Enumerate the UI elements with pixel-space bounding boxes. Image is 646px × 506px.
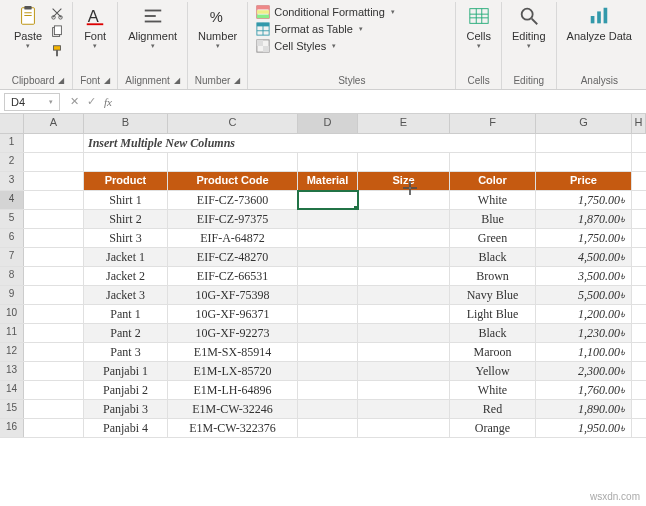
cell[interactable] [168, 153, 298, 171]
cell-material[interactable] [298, 381, 358, 399]
cell[interactable] [24, 419, 84, 437]
row-header-15[interactable]: 15 [0, 400, 24, 418]
number-button[interactable]: % Number ▾ [194, 2, 241, 52]
row-header-4[interactable]: 4 [0, 191, 24, 209]
cell-color[interactable]: Navy Blue [450, 286, 536, 304]
cell-size[interactable] [358, 191, 450, 209]
cell-styles-button[interactable]: Cell Styles▾ [254, 38, 449, 54]
cell-code[interactable]: EIF-CZ-97375 [168, 210, 298, 228]
row-header-6[interactable]: 6 [0, 229, 24, 247]
cell-size[interactable] [358, 248, 450, 266]
cell-price[interactable]: 1,100.00৳ [536, 343, 632, 361]
cell[interactable] [24, 248, 84, 266]
cell-color[interactable]: Black [450, 324, 536, 342]
row-header-14[interactable]: 14 [0, 381, 24, 399]
cell-color[interactable]: Blue [450, 210, 536, 228]
cell-code[interactable]: EIF-CZ-73600 [168, 191, 298, 209]
cell-code[interactable]: 10G-XF-96371 [168, 305, 298, 323]
cell-price[interactable]: 2,300.00৳ [536, 362, 632, 380]
cell-material[interactable] [298, 267, 358, 285]
cell[interactable] [24, 134, 84, 152]
row-header-8[interactable]: 8 [0, 267, 24, 285]
cell-code[interactable]: E1M-CW-32246 [168, 400, 298, 418]
cell-code[interactable]: 10G-XF-92273 [168, 324, 298, 342]
table-header-product[interactable]: Product [84, 172, 168, 190]
cell[interactable] [24, 210, 84, 228]
cell[interactable] [24, 305, 84, 323]
cell[interactable] [358, 153, 450, 171]
cell-product[interactable]: Pant 2 [84, 324, 168, 342]
cell-material[interactable] [298, 343, 358, 361]
conditional-formatting-button[interactable]: Conditional Formatting▾ [254, 4, 449, 20]
cell-color[interactable]: Yellow [450, 362, 536, 380]
cell-color[interactable]: Brown [450, 267, 536, 285]
cell-price[interactable]: 5,500.00৳ [536, 286, 632, 304]
cell[interactable] [24, 229, 84, 247]
analyze-data-button[interactable]: Analyze Data [563, 2, 636, 44]
dialog-launcher-icon[interactable]: ◢ [58, 76, 64, 85]
cell-code[interactable]: E1M-CW-322376 [168, 419, 298, 437]
row-header-12[interactable]: 12 [0, 343, 24, 361]
cell-material[interactable] [298, 400, 358, 418]
cell[interactable] [24, 343, 84, 361]
cell-code[interactable]: E1M-LX-85720 [168, 362, 298, 380]
row-header-2[interactable]: 2 [0, 153, 24, 171]
cancel-formula-button[interactable]: ✕ [70, 95, 79, 108]
cell-price[interactable]: 4,500.00৳ [536, 248, 632, 266]
cell-size[interactable] [358, 305, 450, 323]
table-header-price[interactable]: Price [536, 172, 632, 190]
alignment-button[interactable]: Alignment ▾ [124, 2, 181, 52]
select-all-corner[interactable] [0, 114, 24, 133]
cell-material[interactable] [298, 248, 358, 266]
table-header-material[interactable]: Material [298, 172, 358, 190]
cell-price[interactable]: 1,950.00৳ [536, 419, 632, 437]
cell-product[interactable]: Panjabi 2 [84, 381, 168, 399]
row-header-5[interactable]: 5 [0, 210, 24, 228]
cell-price[interactable]: 1,750.00৳ [536, 229, 632, 247]
row-header-1[interactable]: 1 [0, 134, 24, 152]
cell[interactable] [24, 191, 84, 209]
row-header-3[interactable]: 3 [0, 172, 24, 190]
cell-product[interactable]: Jacket 3 [84, 286, 168, 304]
sheet-title[interactable]: Insert Multiple New Columns [84, 134, 536, 152]
row-header-9[interactable]: 9 [0, 286, 24, 304]
cell-price[interactable]: 1,760.00৳ [536, 381, 632, 399]
paste-button[interactable]: Paste ▾ [10, 2, 46, 52]
cell[interactable] [24, 153, 84, 171]
cell-material[interactable] [298, 419, 358, 437]
font-button[interactable]: A Font ▾ [79, 2, 111, 52]
cell-code[interactable]: E1M-LH-64896 [168, 381, 298, 399]
cell-product[interactable]: Shirt 1 [84, 191, 168, 209]
cell-color[interactable]: Orange [450, 419, 536, 437]
cell[interactable] [24, 400, 84, 418]
cell-code[interactable]: E1M-SX-85914 [168, 343, 298, 361]
col-header-D[interactable]: D [298, 114, 358, 133]
row-header-11[interactable]: 11 [0, 324, 24, 342]
cell[interactable] [536, 134, 632, 152]
cell-product[interactable]: Panjabi 3 [84, 400, 168, 418]
cell-product[interactable]: Panjabi 4 [84, 419, 168, 437]
cell[interactable] [536, 153, 632, 171]
cell-product[interactable]: Shirt 2 [84, 210, 168, 228]
cell-price[interactable]: 1,230.00৳ [536, 324, 632, 342]
cell-material[interactable] [298, 286, 358, 304]
cells-button[interactable]: Cells ▾ [462, 2, 494, 52]
cell-color[interactable]: Red [450, 400, 536, 418]
cell[interactable] [84, 153, 168, 171]
cell-material[interactable] [298, 229, 358, 247]
cell-product[interactable]: Panjabi 1 [84, 362, 168, 380]
name-box[interactable]: D4 ▾ [4, 93, 60, 111]
fx-icon[interactable]: fx [104, 96, 112, 108]
cell-price[interactable]: 1,750.00৳ [536, 191, 632, 209]
cell-size[interactable] [358, 400, 450, 418]
cell-price[interactable]: 1,200.00৳ [536, 305, 632, 323]
format-as-table-button[interactable]: Format as Table▾ [254, 21, 449, 37]
formula-input[interactable] [118, 94, 646, 110]
col-header-F[interactable]: F [450, 114, 536, 133]
cell[interactable] [450, 153, 536, 171]
col-header-C[interactable]: C [168, 114, 298, 133]
cell-code[interactable]: EIF-CZ-48270 [168, 248, 298, 266]
editing-button[interactable]: Editing ▾ [508, 2, 550, 52]
col-header-A[interactable]: A [24, 114, 84, 133]
col-header-B[interactable]: B [84, 114, 168, 133]
